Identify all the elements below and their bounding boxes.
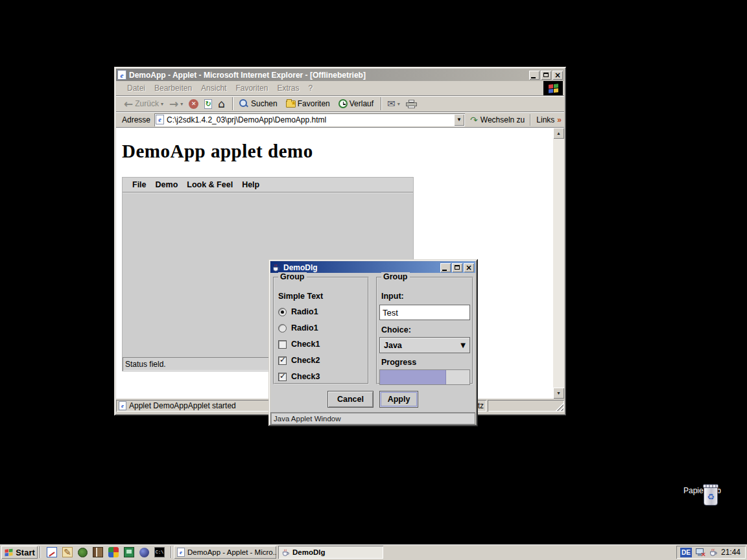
- back-dropdown-icon[interactable]: ▾: [161, 101, 163, 107]
- command-prompt-icon[interactable]: C:\: [154, 547, 165, 557]
- input-label: Input:: [381, 291, 404, 301]
- close-button[interactable]: ×: [552, 71, 563, 80]
- ie-icon: e: [177, 548, 185, 557]
- menu-favoriten[interactable]: Favoriten: [235, 84, 268, 93]
- group-label: Group: [381, 272, 410, 281]
- home-button[interactable]: ⌂: [218, 99, 225, 109]
- applet-status-icon: e: [119, 401, 126, 410]
- group-box-left: Group Simple Text Radio1 Radio1 Check1 C…: [273, 277, 369, 384]
- menu-bearbeiten[interactable]: Bearbeiten: [154, 84, 192, 93]
- checkbox-check1[interactable]: Check1: [278, 339, 320, 349]
- radio-option-1[interactable]: Radio1: [278, 307, 318, 317]
- chevron-icon: »: [557, 115, 562, 124]
- back-button[interactable]: ← Zurück ▾: [124, 99, 163, 109]
- taskbar-clock[interactable]: 21:44: [721, 548, 741, 557]
- scroll-down-button[interactable]: ▼: [553, 388, 564, 399]
- applet-menu-demo[interactable]: Demo: [151, 180, 183, 189]
- choice-combobox[interactable]: Java ▼: [379, 337, 470, 353]
- forward-dropdown-icon[interactable]: ▾: [180, 101, 183, 107]
- recycle-bin-desktop-icon[interactable]: ♻ Papierkorb: [679, 484, 726, 495]
- print-button[interactable]: [406, 100, 417, 108]
- progress-label: Progress: [381, 357, 416, 368]
- maximize-button[interactable]: [541, 71, 551, 80]
- ie-titlebar[interactable]: e DemoApp - Applet - Microsoft Internet …: [116, 69, 564, 81]
- input-field[interactable]: [379, 305, 470, 320]
- back-arrow-icon: ←: [124, 99, 133, 109]
- scroll-up-button[interactable]: ▲: [553, 128, 564, 139]
- globe-icon[interactable]: [139, 548, 149, 557]
- status-message: Applet DemoAppApplet started: [129, 401, 236, 410]
- radio-icon[interactable]: [278, 324, 287, 332]
- history-button[interactable]: Verlauf: [338, 99, 374, 108]
- minimize-icon: [531, 77, 536, 78]
- radio-option-2[interactable]: Radio1: [278, 323, 318, 333]
- bug-icon[interactable]: [78, 548, 88, 557]
- minimize-icon: [442, 270, 447, 271]
- windows-logo-icon: [5, 548, 13, 556]
- minimize-button[interactable]: [440, 263, 451, 272]
- ie-window-icon: e: [117, 70, 126, 80]
- menu-datei[interactable]: Datei: [127, 84, 145, 93]
- search-button[interactable]: Suchen: [239, 99, 278, 109]
- java-tray-icon[interactable]: [709, 548, 718, 557]
- edit-note-icon[interactable]: [47, 547, 57, 557]
- mail-button[interactable]: ✉ ▾: [387, 98, 400, 110]
- signature-icon[interactable]: ✎: [62, 547, 73, 557]
- applet-menu-file[interactable]: File: [128, 180, 151, 189]
- cancel-button[interactable]: Cancel: [327, 391, 374, 408]
- applet-menu-help[interactable]: Help: [237, 180, 264, 189]
- radio-icon[interactable]: [278, 308, 287, 316]
- maximize-button[interactable]: [452, 263, 462, 272]
- progress-bar: [379, 369, 470, 385]
- combobox-value: Java: [384, 341, 402, 350]
- checkbox-check2[interactable]: Check2: [278, 355, 320, 366]
- language-indicator[interactable]: DE: [680, 548, 692, 557]
- toolbar-separator: [232, 97, 233, 110]
- offline-status-icon[interactable]: ✕: [695, 548, 706, 557]
- go-button[interactable]: ↷ Wechseln zu: [465, 115, 530, 125]
- toolbar-separator: [381, 97, 382, 110]
- group-box-right: Group Input: Choice: Java ▼ Progress: [376, 277, 473, 384]
- checkbox-check3[interactable]: Check3: [278, 371, 320, 382]
- links-bar[interactable]: Links »: [530, 114, 562, 126]
- ribbon-icon[interactable]: [108, 547, 119, 557]
- refresh-icon: ↻: [204, 99, 212, 109]
- taskbar-divider: [40, 546, 41, 558]
- checkbox-icon[interactable]: [278, 340, 287, 349]
- netmeeting-icon[interactable]: [124, 547, 134, 557]
- forward-button[interactable]: → ▾: [169, 99, 183, 109]
- favorites-button[interactable]: ★ Favoriten: [286, 99, 330, 108]
- resize-grip[interactable]: [488, 400, 564, 412]
- address-dropdown-button[interactable]: ▼: [454, 114, 464, 126]
- minimize-button[interactable]: [529, 71, 540, 80]
- address-url[interactable]: C:\j2sdk1.4.2_03\prj\DemoApp\DemoApp.htm…: [167, 115, 326, 124]
- menu-hilfe[interactable]: ?: [308, 84, 313, 93]
- address-input[interactable]: e C:\j2sdk1.4.2_03\prj\DemoApp\DemoApp.h…: [154, 113, 465, 126]
- mail-icon: ✉: [387, 98, 396, 110]
- apply-button[interactable]: Apply: [379, 391, 418, 408]
- start-button[interactable]: Start: [1, 546, 38, 559]
- menu-extras[interactable]: Extras: [277, 84, 299, 93]
- address-label: Adresse: [122, 115, 150, 124]
- refresh-button[interactable]: ↻: [204, 99, 212, 109]
- checkbox-icon[interactable]: [278, 373, 287, 381]
- stop-button[interactable]: ✕: [189, 99, 198, 109]
- close-button[interactable]: ×: [464, 263, 474, 272]
- home-icon: ⌂: [218, 99, 225, 109]
- system-tray: DE ✕ 21:44: [676, 546, 746, 559]
- chevron-down-icon[interactable]: ▼: [460, 342, 466, 349]
- go-arrow-icon: ↷: [470, 115, 478, 125]
- mail-dropdown-icon[interactable]: ▾: [397, 101, 400, 107]
- checkbox-icon[interactable]: [278, 356, 287, 365]
- applet-menu-lookfeel[interactable]: Look & Feel: [182, 180, 237, 189]
- menu-ansicht[interactable]: Ansicht: [201, 84, 226, 93]
- task-button-demodlg[interactable]: DemoDlg: [278, 546, 383, 559]
- print-icon: [406, 100, 417, 108]
- close-icon: ×: [466, 264, 472, 271]
- desktop: e DemoApp - Applet - Microsoft Internet …: [0, 0, 747, 560]
- book-icon[interactable]: [93, 547, 103, 557]
- taskbar: Start ✎ C:\ e DemoApp - Applet - Micro..…: [0, 544, 747, 560]
- vertical-scrollbar[interactable]: ▲ ▼: [553, 128, 564, 399]
- maximize-icon: [543, 73, 549, 77]
- task-button-demoapp[interactable]: e DemoApp - Applet - Micro...: [174, 546, 276, 559]
